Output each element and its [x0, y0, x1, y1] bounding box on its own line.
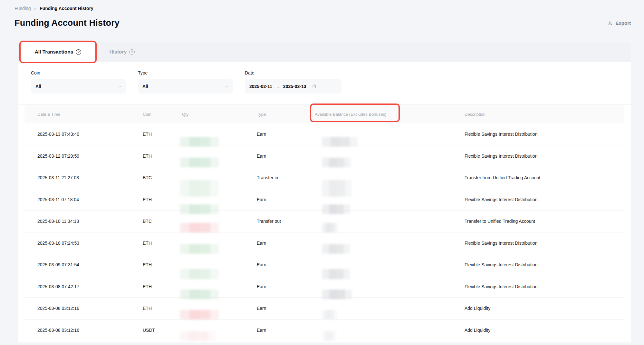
page-title: Funding Account History [14, 18, 120, 28]
cell-datetime: 2025-03-08 07:42:17 [37, 284, 143, 289]
table-row: 2025-03-10 11:34:13BTCTransfer outTransf… [24, 211, 624, 232]
cell-coin: BTC [143, 219, 182, 224]
date-filter-label: Date [245, 70, 341, 75]
coin-select-value: All [35, 84, 41, 89]
cell-coin: ETH [143, 306, 182, 311]
redacted-balance-value [322, 310, 337, 320]
table-row: 2025-03-09 07:31:54ETHEarnFlexible Savin… [24, 254, 624, 276]
cell-datetime: 2025-03-08 03:12:16 [37, 328, 143, 333]
cell-type: Earn [257, 328, 315, 333]
title-row: Funding Account History Export [14, 18, 631, 28]
download-icon [607, 20, 613, 26]
cell-qty [182, 298, 257, 319]
cell-qty [182, 276, 257, 298]
breadcrumb-current: Funding Account History [40, 6, 93, 11]
redacted-balance-value [322, 158, 351, 167]
cell-qty [182, 145, 257, 167]
cell-balance [315, 320, 465, 341]
cell-balance [315, 211, 465, 232]
cell-balance [315, 189, 465, 211]
date-end-value: 2025-03-13 [283, 84, 306, 89]
cell-balance [315, 167, 465, 189]
tab-history-label: History [110, 49, 127, 55]
redacted-balance-value [322, 331, 336, 341]
type-filter-label: Type [138, 70, 233, 75]
tab-history[interactable]: History ? [95, 42, 149, 62]
cell-datetime: 2025-03-13 07:43:40 [37, 132, 143, 137]
cell-coin: ETH [143, 284, 182, 289]
cell-datetime: 2025-03-11 07:18:04 [37, 197, 143, 202]
column-header-qty: Qty [182, 105, 257, 123]
tab-all-transactions[interactable]: All Transactions ? [21, 42, 95, 62]
cell-balance [315, 276, 465, 298]
redacted-qty-value [180, 331, 216, 341]
table-body: 2025-03-13 07:43:40ETHEarnFlexible Savin… [24, 123, 624, 341]
transactions-table: Date & Time Coin Qty Type Available Bala… [18, 105, 631, 341]
cell-coin: ETH [143, 153, 182, 159]
cell-coin: BTC [143, 175, 182, 180]
cell-qty [182, 211, 257, 232]
export-button[interactable]: Export [607, 20, 631, 26]
breadcrumb-separator-icon: > [34, 6, 37, 11]
filter-type: Type All [138, 70, 233, 104]
tab-bar: All Transactions ? History ? [18, 42, 631, 62]
cell-balance [315, 123, 465, 145]
cell-description: Flexible Savings Interest Distribution [465, 132, 611, 137]
cell-datetime: 2025-03-10 11:34:13 [37, 219, 143, 224]
export-label: Export [615, 20, 631, 26]
cell-description: Flexible Savings Interest Distribution [465, 284, 611, 289]
redacted-balance-value [322, 223, 338, 232]
table-row: 2025-03-08 03:12:16ETHEarnAdd Liquidity [24, 298, 624, 320]
table-row: 2025-03-08 03:12:16USDTEarnAdd Liquidity [24, 320, 624, 341]
content-card: All Transactions ? History ? Coin All Ty… [18, 42, 631, 342]
chevron-down-icon [118, 84, 122, 89]
date-start-value: 2025-02-11 [249, 84, 272, 89]
cell-qty [182, 254, 257, 276]
cell-datetime: 2025-03-12 07:29:59 [37, 153, 143, 159]
date-range-picker[interactable]: 2025-02-11 → 2025-03-13 [245, 79, 341, 94]
table-header-row: Date & Time Coin Qty Type Available Bala… [24, 105, 624, 123]
column-header-datetime: Date & Time [37, 105, 143, 123]
cell-type: Earn [257, 306, 315, 311]
chevron-down-icon [225, 84, 229, 89]
cell-description: Flexible Savings Interest Distribution [465, 153, 611, 159]
funding-account-history-page: Funding > Funding Account History Fundin… [0, 0, 644, 345]
tab-all-transactions-label: All Transactions [35, 49, 73, 55]
cell-coin: ETH [143, 262, 182, 267]
cell-qty [182, 167, 257, 189]
cell-type: Earn [257, 262, 315, 267]
help-icon[interactable]: ? [129, 49, 135, 55]
table-row: 2025-03-11 07:18:04ETHEarnFlexible Savin… [24, 189, 624, 211]
cell-coin: ETH [143, 197, 182, 202]
type-select[interactable]: All [138, 79, 233, 94]
type-select-value: All [142, 84, 148, 89]
cell-description: Flexible Savings Interest Distribution [465, 262, 611, 267]
cell-description: Add Liquidity [465, 306, 611, 311]
coin-filter-label: Coin [31, 70, 126, 75]
help-icon[interactable]: ? [76, 49, 81, 55]
cell-description: Transfer from Unified Trading Account [465, 175, 611, 180]
cell-balance [315, 145, 465, 167]
redacted-qty-value [180, 244, 219, 254]
cell-type: Earn [257, 241, 315, 246]
cell-type: Transfer out [257, 219, 315, 224]
cell-datetime: 2025-03-08 03:12:16 [37, 306, 143, 311]
cell-qty [182, 123, 257, 145]
breadcrumb-funding[interactable]: Funding [14, 6, 31, 11]
filters-bar: Coin All Type All Date [18, 62, 631, 105]
cell-balance [315, 298, 465, 319]
table-row: 2025-03-08 07:42:17ETHEarnFlexible Savin… [24, 276, 624, 298]
cell-description: Flexible Savings Interest Distribution [465, 197, 611, 202]
cell-balance [315, 254, 465, 276]
cell-qty [182, 232, 257, 254]
coin-select[interactable]: All [31, 79, 126, 94]
redacted-qty-value [180, 158, 219, 167]
redacted-balance-value [322, 244, 350, 254]
cell-datetime: 2025-03-11 21:27:03 [37, 175, 143, 180]
filter-coin: Coin All [31, 70, 126, 104]
calendar-icon [311, 84, 316, 89]
redacted-qty-value [180, 310, 219, 320]
column-header-type: Type [257, 105, 315, 123]
table-row: 2025-03-13 07:43:40ETHEarnFlexible Savin… [24, 123, 624, 145]
redacted-qty-value [180, 223, 219, 232]
